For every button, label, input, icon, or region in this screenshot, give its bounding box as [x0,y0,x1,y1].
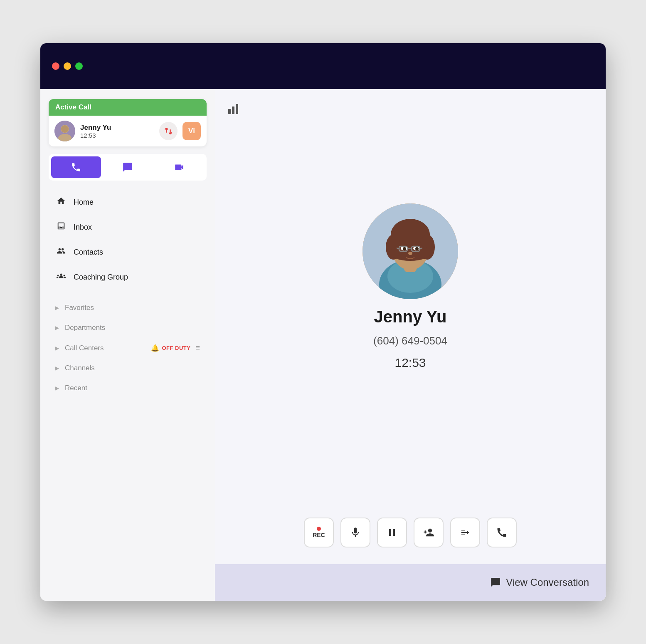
main-content: Active Call Jenny Yu 12:53 [40,89,606,601]
svg-point-3 [61,125,69,133]
svg-rect-27 [461,535,465,535]
collapsible-label-departments: Departments [65,324,105,332]
sidebar-item-coaching-label: Coaching Group [74,273,128,282]
rec-dot [317,527,321,531]
active-call-label: Active Call [55,103,91,111]
view-conversation-label: View Conversation [506,577,589,588]
active-call-card: Active Call Jenny Yu 12:53 [49,99,207,146]
transfer-call-button[interactable] [159,122,178,140]
menu-icon[interactable]: ≡ [195,344,200,352]
svg-point-18 [403,247,406,250]
nav-tabs [49,154,207,181]
collapsible-item-favorites[interactable]: ▶ Favorites [49,299,207,317]
contacts-icon [55,246,67,258]
inbox-icon [55,221,67,233]
collapsible-label-callcenters: Call Centers [65,344,104,352]
collapsible-label-channels: Channels [65,364,95,372]
collapsible-item-channels[interactable]: ▶ Channels [49,359,207,377]
chevron-right-icon: ▶ [55,305,59,311]
chevron-right-icon: ▶ [55,325,59,331]
caller-info: Jenny Yu 12:53 [80,124,154,139]
sidebar-item-home[interactable]: Home [49,191,207,214]
active-call-body: Jenny Yu 12:53 Vi [49,116,207,146]
contact-phone: (604) 649-0504 [373,334,447,347]
svg-point-19 [415,247,419,250]
maximize-button[interactable] [75,62,83,70]
contact-avatar [362,203,458,299]
collapsible-item-recent[interactable]: ▶ Recent [49,379,207,397]
sidebar-item-inbox-label: Inbox [74,223,92,232]
svg-rect-4 [228,109,231,114]
tab-chat[interactable] [103,156,153,178]
sidebar-item-inbox[interactable]: Inbox [49,215,207,239]
coaching-icon [55,271,67,283]
minimize-button[interactable] [64,62,71,70]
collapsible-label-favorites: Favorites [65,304,94,312]
svg-point-25 [408,252,412,255]
collapsible-nav: ▶ Favorites ▶ Departments ▶ Call Centers… [49,299,207,397]
off-duty-badge: 🔔 OFF DUTY ≡ [151,344,200,352]
chevron-right-icon: ▶ [55,345,59,351]
mute-button[interactable] [340,518,370,547]
off-duty-text: OFF DUTY [162,345,190,351]
vi-badge: Vi [182,122,201,140]
svg-rect-5 [232,107,234,114]
app-window: Active Call Jenny Yu 12:53 [40,43,606,601]
sidebar-item-contacts[interactable]: Contacts [49,240,207,264]
rec-label: REC [313,532,325,538]
caller-name: Jenny Yu [80,124,154,132]
sidebar-item-contacts-label: Contacts [74,248,103,257]
tab-video[interactable] [154,156,204,178]
svg-rect-6 [236,104,238,114]
transfer-button[interactable] [450,518,480,547]
traffic-lights [52,62,83,70]
add-participant-button[interactable] [414,518,444,547]
bell-muted-icon: 🔔 [151,344,159,352]
call-timer: 12:53 [395,356,426,370]
view-conversation-button[interactable]: View Conversation [490,577,589,588]
phone-action-button[interactable] [487,518,517,547]
active-call-header: Active Call [49,99,207,116]
titlebar [40,43,606,89]
collapsible-item-callcenters[interactable]: ▶ Call Centers 🔔 OFF DUTY ≡ [49,339,207,357]
sidebar: Active Call Jenny Yu 12:53 [40,89,215,601]
close-button[interactable] [52,62,59,70]
sidebar-item-home-label: Home [74,198,94,207]
chevron-right-icon: ▶ [55,365,59,371]
call-duration: 12:53 [80,132,154,139]
caller-avatar [54,121,75,141]
record-button[interactable]: REC [304,518,334,547]
call-controls: REC [304,518,517,547]
contact-section: Jenny Yu (604) 649-0504 12:53 [362,89,458,518]
home-icon [55,196,67,208]
pause-button[interactable] [377,518,407,547]
collapsible-label-recent: Recent [65,384,87,392]
contact-name: Jenny Yu [374,307,447,326]
collapsible-item-departments[interactable]: ▶ Departments [49,319,207,337]
sidebar-nav: Home Inbox Contact [49,191,207,289]
svg-rect-26 [461,530,465,530]
tab-phone[interactable] [51,156,101,178]
view-conversation-bar: View Conversation [215,564,606,601]
signal-icon [228,102,242,116]
sidebar-item-coaching[interactable]: Coaching Group [49,265,207,289]
chevron-right-icon: ▶ [55,385,59,391]
right-panel: Jenny Yu (604) 649-0504 12:53 REC [215,89,606,601]
